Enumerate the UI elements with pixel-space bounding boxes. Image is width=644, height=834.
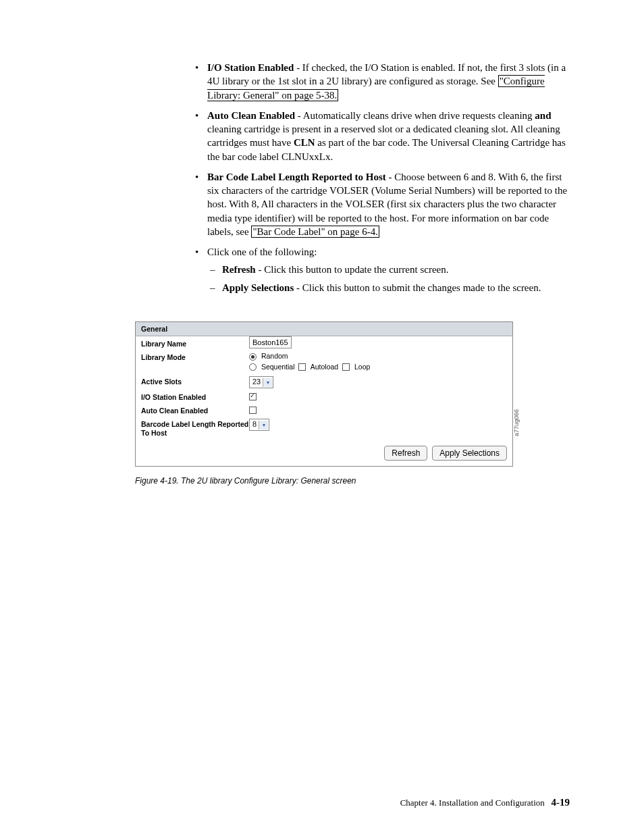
radio-random-label: Random	[261, 352, 288, 360]
label-active-slots: Active Slots	[141, 375, 249, 386]
radio-sequential[interactable]	[249, 363, 257, 371]
button-bar: Refresh Apply Selections	[136, 439, 512, 466]
sub-title: Apply Selections	[222, 282, 294, 293]
apply-selections-button[interactable]: Apply Selections	[432, 446, 507, 461]
chevron-down-icon: ▾	[263, 378, 272, 387]
row-io-station: I/O Station Enabled	[136, 390, 512, 403]
page-footer: Chapter 4. Installation and Configuratio…	[400, 797, 570, 808]
row-library-mode: Library Mode Random Sequential Autoload …	[136, 350, 512, 374]
bullet-title: I/O Station Enabled	[207, 62, 294, 73]
barcode-length-value: 8	[252, 420, 257, 428]
figure-caption: Figure 4-19. The 2U library Configure Li…	[135, 476, 513, 486]
row-auto-clean: Auto Clean Enabled	[136, 403, 512, 417]
figure-wrap: General Library Name Boston165 Library M…	[135, 321, 513, 486]
label-barcode: Barcode Label Length Reported To Host	[141, 418, 249, 438]
config-general-panel: General Library Name Boston165 Library M…	[135, 321, 513, 467]
sub-bullet-refresh: Refresh - Click this button to update th…	[207, 263, 570, 276]
sub-bullet-apply: Apply Selections - Click this button to …	[207, 281, 570, 294]
bullet-click: Click one of the following: Refresh - Cl…	[192, 245, 570, 294]
sub-bullet-list: Refresh - Click this button to update th…	[207, 263, 570, 294]
refresh-button[interactable]: Refresh	[384, 446, 427, 461]
label-library-name: Library Name	[141, 338, 249, 348]
chevron-down-icon: ▾	[259, 421, 268, 429]
row-active-slots: Active Slots 23▾	[136, 374, 512, 390]
bullet-io-station: I/O Station Enabled - If checked, the I/…	[192, 61, 570, 102]
checkbox-loop[interactable]	[342, 363, 350, 371]
footer-page-number: 4-19	[552, 797, 570, 808]
bullet-text: Click one of the following:	[207, 246, 317, 257]
label-io-station: I/O Station Enabled	[141, 391, 249, 402]
bullet-list: I/O Station Enabled - If checked, the I/…	[192, 61, 570, 294]
sub-title: Refresh	[222, 264, 256, 275]
sub-text: - Click this button to update the curren…	[256, 264, 449, 275]
checkbox-io-station[interactable]	[249, 393, 257, 400]
checkbox-auto-clean[interactable]	[249, 407, 257, 414]
bullet-text: - Automatically cleans drive when drive …	[295, 110, 535, 121]
sub-text: - Click this button to submit the change…	[294, 282, 541, 293]
row-library-name: Library Name Boston165	[136, 336, 512, 350]
figure-reference-code: a77ug066	[513, 409, 520, 436]
active-slots-select[interactable]: 23▾	[249, 376, 273, 388]
footer-chapter: Chapter 4. Installation and Configuratio…	[400, 798, 545, 808]
page: I/O Station Enabled - If checked, the I/…	[0, 0, 644, 834]
library-name-input[interactable]: Boston165	[249, 336, 292, 348]
radio-random[interactable]	[249, 353, 257, 361]
checkbox-autoload[interactable]	[298, 363, 306, 371]
bullet-auto-clean: Auto Clean Enabled - Automatically clean…	[192, 109, 570, 163]
label-library-mode: Library Mode	[141, 351, 249, 362]
active-slots-value: 23	[252, 377, 261, 386]
panel-header: General	[136, 322, 512, 336]
checkbox-autoload-label: Autoload	[311, 363, 338, 371]
row-barcode: Barcode Label Length Reported To Host 8▾	[136, 417, 512, 439]
bullet-barcode: Bar Code Label Length Reported to Host -…	[192, 170, 570, 238]
barcode-length-select[interactable]: 8▾	[249, 419, 269, 431]
link-barcode-label[interactable]: "Bar Code Label" on page 6-4.	[251, 226, 379, 238]
bullet-title: Bar Code Label Length Reported to Host	[207, 172, 386, 182]
bold-cln: CLN	[294, 137, 315, 148]
bullet-title: Auto Clean Enabled	[207, 110, 295, 121]
bold-and: and	[535, 110, 551, 121]
radio-sequential-label: Sequential	[261, 363, 295, 371]
label-auto-clean: Auto Clean Enabled	[141, 405, 249, 415]
checkbox-loop-label: Loop	[354, 363, 370, 371]
